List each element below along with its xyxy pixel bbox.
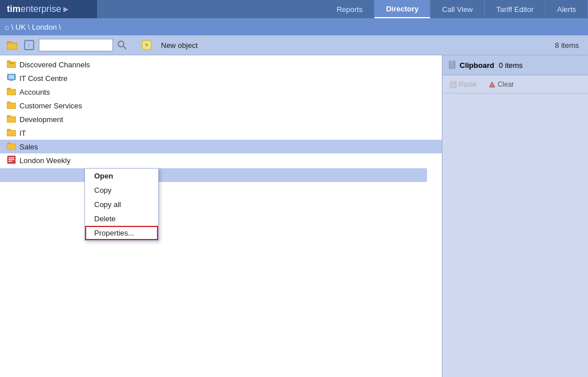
nav-item-directory[interactable]: Directory bbox=[374, 0, 430, 18]
svg-text:!: ! bbox=[492, 83, 493, 87]
new-object-button[interactable]: New object bbox=[156, 40, 202, 51]
paste-button[interactable]: Paste bbox=[447, 79, 479, 90]
context-menu-open[interactable]: Open bbox=[85, 169, 158, 183]
svg-rect-27 bbox=[7, 131, 15, 136]
list-item[interactable]: Discovered Channels bbox=[0, 58, 442, 71]
clear-label: Clear bbox=[498, 80, 514, 88]
home-icon[interactable]: ⌂ bbox=[5, 23, 9, 31]
report-icon bbox=[7, 156, 16, 165]
top-nav: timenterprise ▶ Reports Directory Call V… bbox=[0, 0, 588, 18]
directory-panel: Discovered Channels IT Cost Centre Accou… bbox=[0, 55, 442, 377]
svg-rect-33 bbox=[9, 159, 14, 160]
list-item[interactable]: Development bbox=[0, 112, 442, 126]
folder-icon bbox=[7, 115, 16, 124]
breadcrumb: ⌂ \ UK \ London \ bbox=[0, 18, 588, 35]
folder-icon bbox=[7, 101, 16, 111]
logo-text: timenterprise bbox=[7, 4, 61, 14]
svg-rect-2 bbox=[7, 43, 17, 49]
logo-area: timenterprise ▶ bbox=[0, 0, 97, 18]
item-label: Customer Services bbox=[19, 102, 82, 110]
nav-item-callview[interactable]: Call View bbox=[430, 0, 485, 18]
item-label: Sales bbox=[19, 143, 38, 151]
search-input[interactable] bbox=[39, 39, 113, 51]
item-label: IT bbox=[19, 129, 26, 137]
computer-icon bbox=[7, 74, 16, 83]
list-item-sales[interactable]: Sales bbox=[0, 140, 442, 153]
list-item[interactable]: Customer Services bbox=[0, 99, 442, 112]
toolbar-upload-icon[interactable]: ↑ bbox=[22, 38, 37, 52]
clipboard-header: Clipboard 0 items bbox=[442, 55, 588, 75]
svg-rect-38 bbox=[452, 80, 455, 82]
context-menu-properties[interactable]: Properties... bbox=[85, 226, 158, 240]
svg-text:↑: ↑ bbox=[28, 42, 31, 48]
svg-rect-34 bbox=[9, 161, 12, 162]
item-label: Accounts bbox=[19, 88, 50, 96]
list-item[interactable]: IT Cost Centre bbox=[0, 71, 442, 85]
nav-item-alerts[interactable]: Alerts bbox=[546, 0, 588, 18]
svg-text:+: + bbox=[144, 41, 148, 49]
folder-icon bbox=[7, 128, 16, 138]
logo-chevron-icon: ▶ bbox=[63, 5, 69, 13]
svg-line-6 bbox=[123, 46, 126, 49]
clipboard-actions: Paste ! Clear bbox=[442, 75, 588, 94]
nav-item-reports[interactable]: Reports bbox=[325, 0, 375, 18]
paste-label: Paste bbox=[459, 80, 477, 88]
svg-rect-18 bbox=[7, 90, 15, 95]
main-area: Discovered Channels IT Cost Centre Accou… bbox=[0, 55, 588, 377]
toolbar-folder-icon[interactable] bbox=[5, 38, 19, 52]
context-menu-copy-all[interactable]: Copy all bbox=[85, 197, 158, 212]
svg-rect-21 bbox=[7, 103, 15, 108]
item-label: Development bbox=[19, 115, 63, 124]
svg-rect-24 bbox=[7, 117, 15, 122]
item-count: 8 items bbox=[555, 41, 579, 50]
list-item[interactable]: London Weekly bbox=[0, 153, 442, 167]
logo-tim: tim bbox=[7, 4, 21, 14]
item-label: Discovered Channels bbox=[19, 60, 90, 69]
svg-rect-37 bbox=[450, 82, 456, 88]
context-menu-delete[interactable]: Delete bbox=[85, 212, 158, 226]
context-menu: Open Copy Copy all Delete Properties... bbox=[84, 168, 159, 241]
svg-rect-12 bbox=[9, 63, 14, 64]
item-label: London Weekly bbox=[19, 156, 70, 165]
svg-rect-14 bbox=[9, 75, 14, 79]
search-button[interactable] bbox=[115, 38, 129, 52]
selected-row-highlight bbox=[0, 168, 427, 182]
clipboard-icon bbox=[448, 60, 456, 71]
new-object-icon[interactable]: + bbox=[139, 38, 154, 52]
svg-rect-35 bbox=[449, 61, 455, 68]
toolbar: ↑ + New object 8 items bbox=[0, 35, 588, 55]
svg-rect-15 bbox=[10, 80, 13, 81]
svg-rect-30 bbox=[7, 144, 15, 149]
clear-button[interactable]: ! Clear bbox=[486, 79, 517, 90]
logo-enterprise: enterprise bbox=[21, 4, 61, 14]
clipboard-panel: Clipboard 0 items Paste ! Clear bbox=[442, 55, 588, 377]
folder-icon bbox=[7, 142, 16, 152]
clipboard-count: 0 items bbox=[499, 61, 523, 70]
nav-items: Reports Directory Call View Tariff Edito… bbox=[325, 0, 588, 18]
list-item[interactable]: IT bbox=[0, 126, 442, 140]
svg-rect-36 bbox=[450, 60, 454, 62]
clipboard-content bbox=[442, 94, 588, 377]
context-menu-copy[interactable]: Copy bbox=[85, 183, 158, 197]
svg-rect-32 bbox=[9, 157, 14, 159]
list-item[interactable]: Accounts bbox=[0, 85, 442, 99]
item-label: IT Cost Centre bbox=[19, 74, 67, 83]
folder-icon bbox=[7, 87, 16, 97]
svg-point-5 bbox=[118, 41, 124, 47]
nav-item-tariff[interactable]: Tariff Editor bbox=[485, 0, 546, 18]
clipboard-title: Clipboard bbox=[460, 61, 494, 70]
folder-icon bbox=[7, 60, 16, 70]
breadcrumb-path: \ UK \ London \ bbox=[11, 23, 61, 31]
